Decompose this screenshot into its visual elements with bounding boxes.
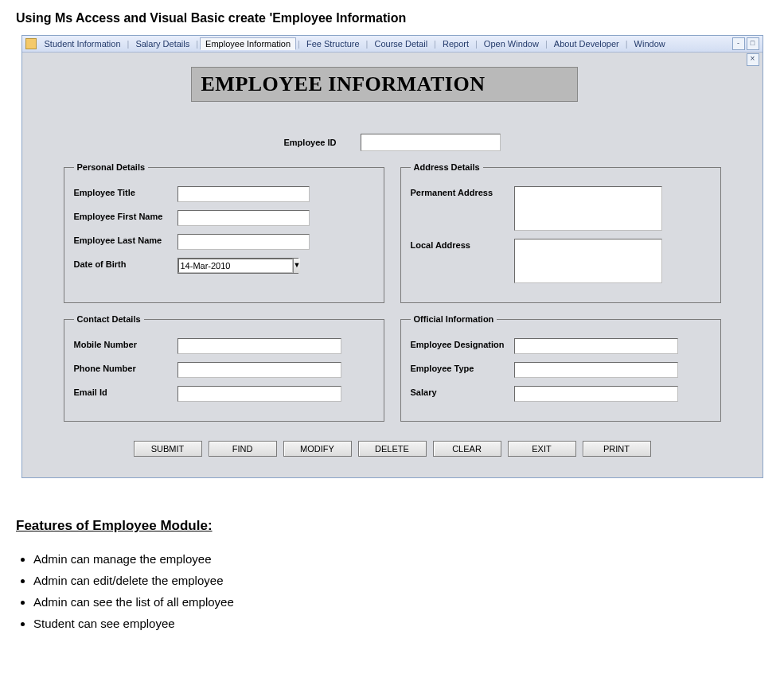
modify-button[interactable]: MODIFY [283, 441, 352, 457]
designation-input[interactable] [514, 338, 678, 354]
menu-student-information[interactable]: Student Information [40, 38, 126, 49]
features-heading: Features of Employee Module: [16, 518, 768, 534]
dob-label: Date of Birth [74, 258, 177, 269]
menu-separator: | [194, 39, 200, 49]
permanent-address-label: Permanent Address [411, 186, 514, 197]
contact-details-group: Contact Details Mobile Number Phone Numb… [64, 314, 384, 422]
clear-button[interactable]: CLEAR [433, 441, 501, 457]
mobile-number-input[interactable] [177, 338, 341, 354]
employee-id-row: Employee ID [32, 134, 753, 151]
salary-label: Salary [411, 386, 514, 397]
employee-last-name-label: Employee Last Name [74, 234, 177, 245]
form-title-text: EMPLOYEE INFORMATION [201, 72, 486, 95]
employee-first-name-input[interactable] [177, 210, 310, 226]
menu-window[interactable]: Window [630, 38, 670, 49]
page-headline: Using Ms Access and Visual Basic create … [16, 11, 768, 25]
list-item: Admin can edit/delete the employee [33, 570, 768, 591]
phone-number-label: Phone Number [74, 362, 177, 373]
dob-input[interactable] [178, 259, 293, 273]
list-item: Admin can see the list of all employee [33, 591, 768, 613]
menu-separator: | [296, 39, 302, 49]
employee-title-label: Employee Title [74, 186, 177, 197]
app-window: Student Information | Salary Details | E… [21, 35, 763, 478]
employee-first-name-label: Employee First Name [74, 210, 177, 221]
window-minimize-button[interactable]: - [732, 37, 745, 50]
address-details-legend: Address Details [411, 162, 483, 172]
menu-employee-information[interactable]: Employee Information [200, 37, 296, 50]
list-item: Student can see employee [33, 613, 768, 634]
window-restore-button[interactable]: □ [747, 37, 759, 50]
employee-type-label: Employee Type [411, 362, 514, 373]
salary-input[interactable] [514, 386, 678, 402]
phone-number-input[interactable] [177, 362, 341, 378]
menu-open-window[interactable]: Open Window [479, 38, 544, 49]
local-address-input[interactable] [514, 239, 662, 283]
menu-separator: | [432, 39, 438, 49]
dob-combo[interactable]: ▼ [177, 258, 298, 274]
chevron-down-icon[interactable]: ▼ [293, 259, 301, 273]
delete-button[interactable]: DELETE [358, 441, 427, 457]
form-title-banner: EMPLOYEE INFORMATION [191, 67, 578, 102]
email-id-input[interactable] [177, 386, 341, 402]
menu-separator: | [544, 39, 549, 49]
email-id-label: Email Id [74, 386, 177, 397]
submit-button[interactable]: SUBMIT [134, 441, 202, 457]
menu-separator: | [365, 39, 370, 49]
local-address-label: Local Address [411, 239, 514, 250]
menu-course-detail[interactable]: Course Detail [369, 38, 432, 49]
menu-fee-structure[interactable]: Fee Structure [302, 38, 365, 49]
contact-details-legend: Contact Details [74, 314, 144, 324]
designation-label: Employee Designation [411, 338, 514, 349]
menu-separator: | [474, 39, 479, 49]
mobile-number-label: Mobile Number [74, 338, 177, 349]
button-bar: SUBMIT FIND MODIFY DELETE CLEAR EXIT PRI… [32, 441, 753, 457]
find-button[interactable]: FIND [209, 441, 277, 457]
menu-bar: Student Information | Salary Details | E… [22, 36, 763, 53]
exit-button[interactable]: EXIT [508, 441, 576, 457]
list-item: Admin can manage the employee [33, 548, 768, 570]
employee-last-name-input[interactable] [177, 234, 310, 250]
employee-title-input[interactable] [177, 186, 310, 202]
mdi-form-icon [25, 38, 37, 49]
menu-report[interactable]: Report [438, 38, 474, 49]
personal-details-legend: Personal Details [74, 162, 149, 172]
form-body: EMPLOYEE INFORMATION Employee ID Persona… [22, 53, 763, 477]
official-information-legend: Official Information [411, 314, 497, 324]
menu-salary-details[interactable]: Salary Details [131, 38, 194, 49]
features-list: Admin can manage the employee Admin can … [33, 548, 768, 634]
official-information-group: Official Information Employee Designatio… [400, 314, 721, 422]
address-details-group: Address Details Permanent Address Local … [400, 162, 721, 303]
personal-details-group: Personal Details Employee Title Employee… [64, 162, 384, 303]
menu-separator: | [126, 39, 131, 49]
employee-type-input[interactable] [514, 362, 678, 378]
menu-about-developer[interactable]: About Developer [549, 38, 624, 49]
permanent-address-input[interactable] [514, 186, 662, 231]
employee-id-label: Employee ID [283, 138, 336, 147]
print-button[interactable]: PRINT [583, 441, 651, 457]
employee-id-input[interactable] [361, 134, 501, 151]
child-window-close-button[interactable]: × [747, 53, 759, 66]
menu-separator: | [624, 39, 630, 49]
